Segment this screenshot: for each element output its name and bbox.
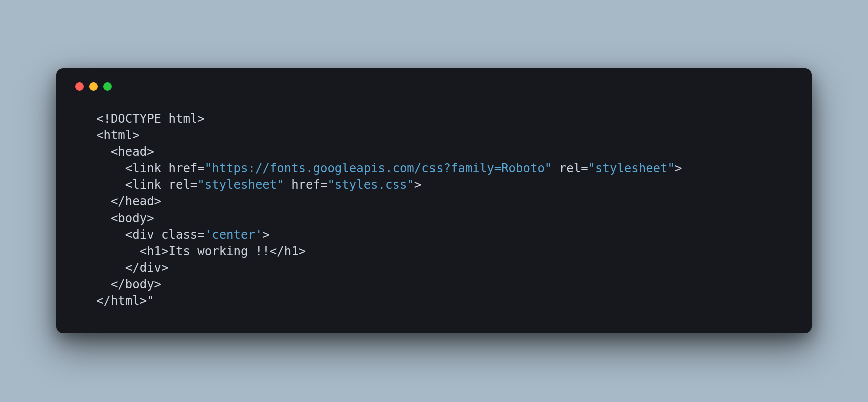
- tag-name: h1: [147, 244, 161, 258]
- punctuation: </: [125, 261, 140, 275]
- indent: [96, 194, 111, 208]
- punctuation: =: [190, 178, 197, 192]
- code-line: <body>: [96, 212, 154, 226]
- indent: [96, 261, 125, 275]
- punctuation: <: [125, 228, 132, 242]
- whitespace: [161, 178, 168, 192]
- close-icon[interactable]: [75, 82, 84, 91]
- indent: [96, 228, 125, 242]
- attr-name: class: [161, 228, 197, 242]
- punctuation: >: [147, 212, 154, 226]
- attr-name: rel: [169, 178, 190, 192]
- punctuation: </: [111, 194, 125, 208]
- maximize-icon[interactable]: [103, 82, 112, 91]
- punctuation: >: [675, 162, 682, 176]
- punctuation: =: [197, 228, 204, 242]
- code-line: <html>: [96, 128, 140, 142]
- attr-value: "stylesheet": [588, 162, 675, 176]
- punctuation: </: [111, 278, 125, 292]
- tag-name: body: [125, 278, 154, 292]
- code-line: <div class='center'>: [96, 228, 270, 242]
- doctype-value: html: [169, 112, 198, 126]
- tag-name: div: [140, 261, 161, 275]
- punctuation: >: [161, 261, 168, 275]
- code-line: </html>": [96, 294, 154, 308]
- punctuation: <: [96, 128, 103, 142]
- punctuation: >: [299, 244, 306, 258]
- code-line: </body>: [96, 278, 161, 292]
- text-content: Its working !!: [169, 244, 270, 258]
- punctuation: <: [111, 145, 118, 159]
- stray-quote: ": [147, 294, 154, 308]
- tag-name: h1: [284, 244, 299, 258]
- code-line: <!DOCTYPE html>: [96, 112, 205, 126]
- punctuation: </: [270, 244, 284, 258]
- punctuation: >: [262, 228, 269, 242]
- punctuation: >: [161, 244, 168, 258]
- punctuation: <: [111, 212, 118, 226]
- punctuation: >: [154, 194, 161, 208]
- code-line: <link rel="stylesheet" href="styles.css"…: [96, 178, 421, 192]
- code-line: <head>: [96, 145, 154, 159]
- code-line: </head>: [96, 194, 161, 208]
- tag-name: link: [132, 162, 161, 176]
- attr-value: "styles.css": [327, 178, 414, 192]
- punctuation: >: [132, 128, 139, 142]
- code-line: <link href="https://fonts.googleapis.com…: [96, 162, 682, 176]
- doctype-keyword: DOCTYPE: [111, 112, 161, 126]
- attr-value: 'center': [205, 228, 263, 242]
- code-block: <!DOCTYPE html> <html> <head> <link href…: [76, 111, 792, 310]
- tag-name: head: [118, 145, 147, 159]
- punctuation: >: [414, 178, 421, 192]
- indent: [96, 278, 111, 292]
- punctuation: >: [140, 294, 147, 308]
- attr-name: rel: [559, 162, 581, 176]
- punctuation: =: [197, 162, 204, 176]
- indent: [96, 244, 140, 258]
- tag-name: html: [103, 128, 132, 142]
- code-window: <!DOCTYPE html> <html> <head> <link href…: [56, 68, 812, 334]
- traffic-lights: [75, 82, 792, 91]
- tag-name: link: [132, 178, 161, 192]
- whitespace: [154, 228, 161, 242]
- tag-name: html: [111, 294, 140, 308]
- whitespace: [552, 162, 559, 176]
- punctuation: </: [96, 294, 111, 308]
- tag-name: body: [118, 212, 147, 226]
- attr-value: "https://fonts.googleapis.com/css?family…: [205, 162, 552, 176]
- attr-value: "stylesheet": [197, 178, 284, 192]
- whitespace: [284, 178, 291, 192]
- code-line: </div>: [96, 261, 169, 275]
- punctuation: <: [125, 162, 132, 176]
- indent: [96, 212, 111, 226]
- minimize-icon[interactable]: [89, 82, 98, 91]
- punctuation: >: [154, 278, 161, 292]
- punctuation: =: [320, 178, 327, 192]
- whitespace: [161, 112, 168, 126]
- punctuation: >: [197, 112, 204, 126]
- punctuation: <: [140, 244, 147, 258]
- punctuation: <: [125, 178, 132, 192]
- punctuation: >: [147, 145, 154, 159]
- indent: [96, 162, 125, 176]
- punctuation: =: [581, 162, 588, 176]
- attr-name: href: [291, 178, 320, 192]
- indent: [96, 178, 125, 192]
- attr-name: href: [169, 162, 198, 176]
- tag-name: head: [125, 194, 154, 208]
- whitespace: [161, 162, 168, 176]
- indent: [96, 145, 111, 159]
- tag-name: div: [132, 228, 154, 242]
- code-line: <h1>Its working !!</h1>: [96, 244, 306, 258]
- punctuation: <!: [96, 112, 111, 126]
